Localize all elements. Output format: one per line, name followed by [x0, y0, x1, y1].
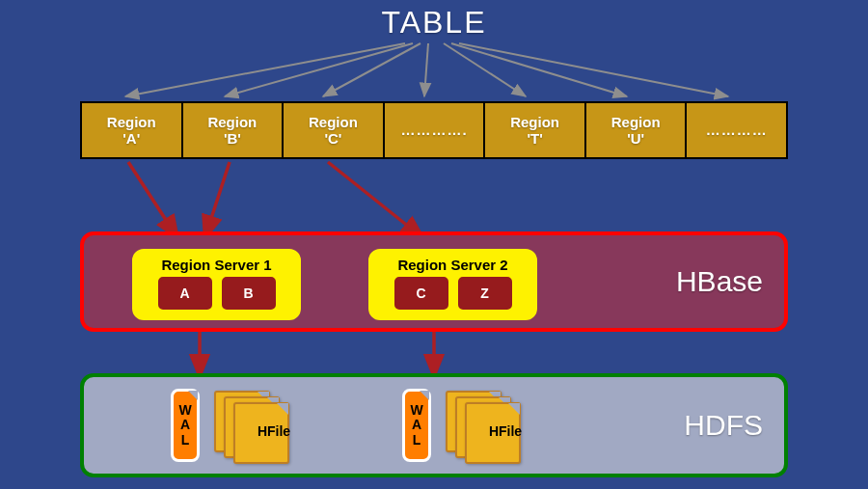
- region-ellipsis-1: ………….: [385, 103, 486, 157]
- region-id: 'U': [627, 130, 644, 147]
- region-id: 'T': [527, 130, 542, 147]
- wal-1: WAL: [171, 389, 200, 462]
- ellipsis: ………….: [400, 122, 467, 138]
- region-server-2-title: Region Server 2: [372, 257, 533, 273]
- region-id: 'C': [324, 130, 341, 147]
- svg-line-0: [125, 43, 405, 96]
- svg-line-5: [451, 43, 627, 96]
- region-a: Region 'A': [82, 103, 183, 157]
- svg-line-7: [128, 162, 178, 239]
- hfile-stack-2: HFile: [446, 391, 537, 462]
- region-label: Region: [207, 114, 257, 130]
- region-label: Region: [309, 114, 358, 130]
- svg-line-4: [444, 43, 526, 96]
- title-table: TABLE: [0, 5, 868, 41]
- region-u: Region 'U': [586, 103, 688, 157]
- rs2-box-c: C: [394, 277, 448, 310]
- region-t: Region 'T': [485, 103, 586, 157]
- rs1-box-a: A: [158, 277, 212, 310]
- region-b: Region 'B': [183, 103, 285, 157]
- region-server-1-title: Region Server 1: [136, 257, 297, 273]
- hbase-label: HBase: [676, 265, 763, 298]
- hdfs-label: HDFS: [684, 409, 763, 442]
- rs1-box-b: B: [222, 277, 276, 310]
- svg-line-2: [323, 43, 420, 96]
- hdfs-panel: HDFS WAL HFile WAL HFile: [80, 373, 788, 477]
- region-c: Region 'C': [284, 103, 385, 157]
- svg-line-8: [204, 162, 230, 239]
- region-server-2-boxes: C Z: [372, 277, 533, 310]
- ellipsis: …………: [706, 122, 768, 138]
- region-label: Region: [107, 114, 156, 130]
- region-label: Region: [611, 114, 661, 130]
- svg-line-6: [459, 43, 728, 96]
- region-server-1-boxes: A B: [136, 277, 297, 310]
- svg-line-3: [424, 43, 428, 96]
- svg-line-1: [225, 43, 413, 96]
- wal-2: WAL: [402, 389, 431, 462]
- hbase-panel: HBase Region Server 1 A B Region Server …: [80, 231, 788, 332]
- region-id: 'A': [122, 130, 140, 147]
- region-id: 'B': [224, 130, 241, 147]
- regions-row: Region 'A' Region 'B' Region 'C' …………. R…: [80, 101, 788, 159]
- region-server-1: Region Server 1 A B: [132, 249, 301, 320]
- hfile-1-label: HFile: [245, 423, 303, 439]
- svg-line-9: [328, 162, 424, 239]
- hfile-2-label: HFile: [476, 423, 534, 439]
- hfile-stack-1: HFile: [214, 391, 306, 462]
- region-ellipsis-2: …………: [687, 103, 786, 157]
- rs2-box-z: Z: [458, 277, 512, 310]
- region-server-2: Region Server 2 C Z: [368, 249, 537, 320]
- region-label: Region: [510, 114, 559, 130]
